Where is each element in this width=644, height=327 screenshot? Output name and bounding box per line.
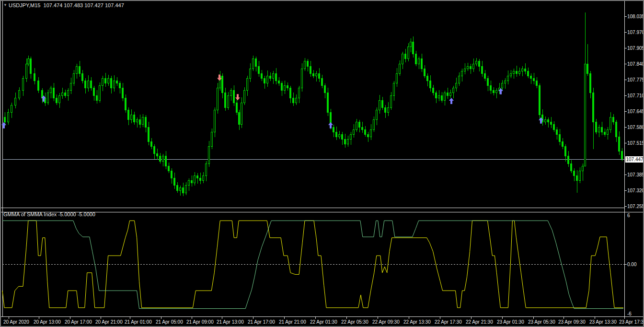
time-axis-label: 20 Apr 2020: [3, 319, 29, 325]
candle-body: [108, 78, 109, 83]
time-axis-label: 22 Apr 05:30: [341, 319, 368, 325]
candle-body: [200, 178, 201, 181]
candle-body: [373, 120, 375, 129]
candle-body: [350, 134, 352, 139]
candle-body: [484, 73, 486, 78]
candle-body: [19, 91, 20, 98]
candle-body: [228, 95, 229, 107]
candle-body: [70, 83, 72, 91]
candle-body: [415, 54, 417, 64]
indicator-axis-label: 0.00: [627, 262, 636, 267]
candle-body: [134, 115, 135, 122]
candle-body: [587, 64, 588, 73]
candle-body: [525, 69, 526, 71]
candle-body: [616, 122, 617, 137]
candle-body: [476, 61, 477, 64]
candle-body: [261, 73, 263, 78]
indicator-axis-label: 6: [627, 213, 630, 218]
candle-body: [99, 86, 101, 100]
candle-body: [382, 100, 383, 107]
candle-body: [258, 66, 260, 73]
candle-body: [345, 139, 346, 144]
candle-body: [177, 186, 178, 190]
candle-body: [430, 81, 431, 88]
candle-body: [487, 78, 489, 85]
candle-body: [516, 71, 518, 73]
candle-body: [613, 117, 614, 122]
price-axis-label: 107.970: [627, 30, 644, 35]
time-axis-label: 23 Apr 13:30: [589, 319, 617, 325]
candle-body: [188, 181, 190, 186]
indicator-title: GMMA of SMMA Index -5.0000 -5.0000: [3, 212, 95, 217]
candle-body: [15, 98, 16, 105]
candle-body: [211, 132, 213, 146]
candle-body: [253, 59, 254, 69]
candle-body: [255, 59, 257, 66]
time-axis-label: 22 Apr 13:30: [403, 319, 431, 325]
candle-body: [137, 120, 138, 122]
candle-body: [490, 86, 492, 91]
candle-body: [579, 171, 581, 180]
candle-body: [347, 139, 349, 144]
candle-body: [376, 110, 378, 119]
candle-body: [479, 61, 480, 66]
candle-body: [273, 73, 274, 78]
candle-body: [284, 86, 286, 91]
candle-body: [590, 73, 591, 93]
candle-body: [607, 129, 609, 134]
time-axis-label: 23 Apr 09:30: [558, 319, 586, 325]
buy-arrow-icon: [328, 122, 333, 128]
candle-body: [139, 120, 141, 125]
candle-body: [244, 91, 245, 103]
candle-body: [151, 141, 152, 146]
candle-body: [571, 164, 572, 171]
candle-body: [310, 66, 311, 73]
candle-body: [505, 81, 506, 83]
candle-body: [128, 110, 129, 119]
candle-body: [28, 59, 29, 64]
candle-body: [68, 91, 69, 95]
candle-body: [180, 188, 181, 190]
candle-body: [324, 86, 326, 93]
chart-canvas[interactable]: [1, 1, 643, 326]
candle-body: [339, 134, 340, 137]
candle-body: [548, 120, 549, 122]
candle-body: [197, 176, 198, 178]
candle-body: [441, 95, 443, 100]
candle-body: [96, 95, 98, 100]
time-axis-label: 21 Apr 05:00: [156, 319, 183, 325]
candle-body: [111, 78, 112, 88]
candle-body: [4, 117, 6, 122]
candle-body: [391, 95, 392, 107]
candle-body: [276, 73, 277, 81]
candle-body: [93, 88, 95, 95]
candle-body: [496, 91, 497, 93]
indicator-axis-label: -6: [627, 311, 632, 316]
candle-body: [287, 86, 288, 88]
candle-body: [304, 61, 306, 69]
candle-body: [313, 73, 314, 76]
candle-body: [290, 88, 291, 98]
candle-body: [56, 98, 58, 103]
indicator-line-slow-line: [2, 221, 623, 308]
symbol-dropdown-caret-icon[interactable]: ▼: [3, 2, 7, 8]
candle-body: [165, 156, 167, 166]
candle-body: [530, 76, 532, 78]
candle-body: [402, 54, 403, 64]
candle-body: [576, 176, 578, 181]
candle-body: [73, 73, 75, 83]
candle-body: [85, 81, 86, 88]
candle-body: [241, 103, 242, 125]
candle-body: [513, 71, 515, 73]
price-axis-label: 107.255: [627, 204, 644, 209]
candle-body: [194, 176, 196, 183]
candle-body: [453, 88, 454, 93]
candle-body: [154, 147, 155, 154]
candle-body: [278, 81, 280, 83]
time-axis-label: 21 Apr 09:00: [186, 319, 214, 325]
candle-body: [168, 166, 170, 171]
time-axis-label: 22 Apr 09:30: [372, 319, 400, 325]
candle-body: [444, 93, 446, 100]
candle-body: [413, 42, 414, 54]
candle-body: [353, 129, 355, 134]
